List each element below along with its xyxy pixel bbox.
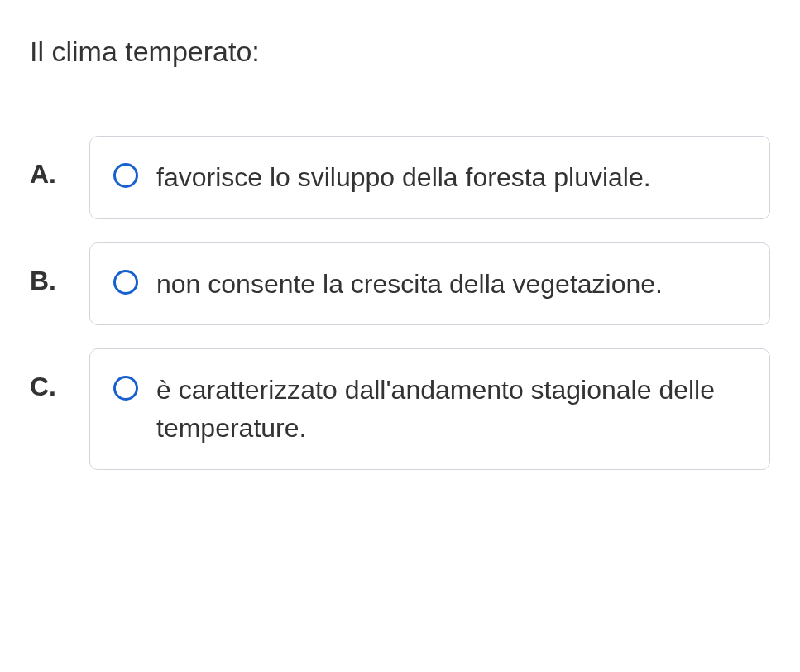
option-row-b: B. non consente la crescita della vegeta… [30, 242, 770, 325]
option-text-a: favorisce lo sviluppo della foresta pluv… [156, 158, 651, 196]
option-letter-b: B. [30, 242, 66, 296]
option-row-c: C. è caratterizzato dall'andamento stagi… [30, 348, 770, 470]
question-text: Il clima temperato: [30, 33, 770, 70]
option-card-c[interactable]: è caratterizzato dall'andamento stagiona… [89, 348, 770, 470]
option-letter-a: A. [30, 136, 66, 190]
option-letter-c: C. [30, 348, 66, 402]
radio-icon [113, 376, 138, 401]
option-card-b[interactable]: non consente la crescita della vegetazio… [89, 242, 770, 325]
option-card-a[interactable]: favorisce lo sviluppo della foresta pluv… [89, 136, 770, 218]
option-text-b: non consente la crescita della vegetazio… [156, 265, 663, 303]
option-text-c: è caratterizzato dall'andamento stagiona… [156, 371, 746, 448]
options-list: A. favorisce lo sviluppo della foresta p… [30, 136, 770, 470]
option-row-a: A. favorisce lo sviluppo della foresta p… [30, 136, 770, 218]
radio-icon [113, 270, 138, 295]
radio-icon [113, 163, 138, 188]
